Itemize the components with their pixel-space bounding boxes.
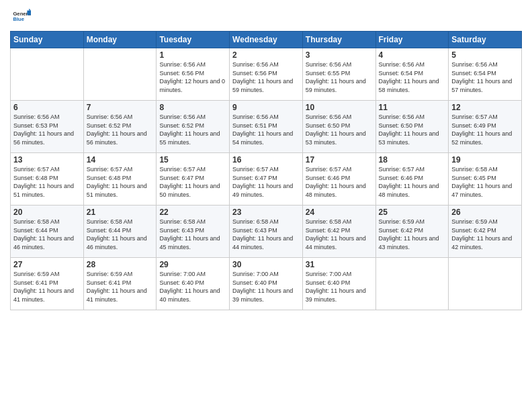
day-cell: 14Sunrise: 6:57 AMSunset: 6:48 PMDayligh… — [83, 153, 157, 205]
day-number: 20 — [13, 208, 81, 217]
week-row-2: 6Sunrise: 6:56 AMSunset: 6:53 PMDaylight… — [11, 101, 522, 153]
day-number: 6 — [13, 103, 81, 112]
day-info: Sunrise: 6:56 AMSunset: 6:56 PMDaylight:… — [159, 60, 226, 94]
day-info: Sunrise: 6:59 AMSunset: 6:42 PMDaylight:… — [379, 218, 446, 251]
day-info: Sunrise: 6:58 AMSunset: 6:42 PMDaylight:… — [306, 218, 373, 251]
calendar-table: SundayMondayTuesdayWednesdayThursdayFrid… — [10, 31, 522, 310]
day-cell: 12Sunrise: 6:57 AMSunset: 6:49 PMDayligh… — [449, 101, 522, 153]
day-info: Sunrise: 6:57 AMSunset: 6:47 PMDaylight:… — [159, 165, 226, 199]
day-number: 26 — [451, 208, 519, 217]
day-info: Sunrise: 6:56 AMSunset: 6:54 PMDaylight:… — [379, 60, 446, 94]
day-number: 21 — [87, 208, 154, 217]
day-cell: 19Sunrise: 6:58 AMSunset: 6:45 PMDayligh… — [449, 153, 522, 205]
day-number: 18 — [379, 155, 446, 165]
day-info: Sunrise: 6:58 AMSunset: 6:43 PMDaylight:… — [159, 218, 226, 251]
day-info: Sunrise: 6:56 AMSunset: 6:50 PMDaylight:… — [306, 113, 373, 146]
day-number: 3 — [306, 50, 373, 60]
day-info: Sunrise: 6:56 AMSunset: 6:56 PMDaylight:… — [232, 60, 300, 94]
header-sunday: Sunday — [11, 32, 84, 48]
day-number: 23 — [232, 208, 300, 217]
day-number: 11 — [379, 103, 446, 112]
day-cell: 18Sunrise: 6:57 AMSunset: 6:46 PMDayligh… — [375, 153, 449, 205]
day-number: 17 — [306, 155, 373, 165]
week-row-1: 1Sunrise: 6:56 AMSunset: 6:56 PMDaylight… — [11, 48, 522, 101]
day-info: Sunrise: 6:57 AMSunset: 6:46 PMDaylight:… — [306, 165, 373, 199]
week-row-3: 13Sunrise: 6:57 AMSunset: 6:48 PMDayligh… — [11, 153, 522, 205]
day-cell — [375, 258, 449, 310]
day-info: Sunrise: 6:56 AMSunset: 6:51 PMDaylight:… — [232, 113, 300, 146]
day-number: 19 — [451, 155, 519, 165]
day-number: 5 — [451, 50, 519, 60]
day-number: 2 — [232, 50, 300, 60]
week-row-4: 20Sunrise: 6:58 AMSunset: 6:44 PMDayligh… — [11, 205, 522, 258]
day-cell: 3Sunrise: 6:56 AMSunset: 6:55 PMDaylight… — [302, 48, 375, 101]
day-cell — [83, 48, 157, 101]
day-number: 15 — [159, 155, 226, 165]
day-info: Sunrise: 6:59 AMSunset: 6:42 PMDaylight:… — [451, 218, 519, 251]
day-number: 9 — [232, 103, 300, 112]
header-saturday: Saturday — [449, 32, 522, 48]
day-cell: 8Sunrise: 6:56 AMSunset: 6:52 PMDaylight… — [157, 101, 230, 153]
day-info: Sunrise: 7:00 AMSunset: 6:40 PMDaylight:… — [306, 270, 373, 304]
day-number: 22 — [159, 208, 226, 217]
day-cell: 5Sunrise: 6:56 AMSunset: 6:54 PMDaylight… — [449, 48, 522, 101]
day-cell: 13Sunrise: 6:57 AMSunset: 6:48 PMDayligh… — [11, 153, 84, 205]
day-cell: 11Sunrise: 6:56 AMSunset: 6:50 PMDayligh… — [375, 101, 449, 153]
day-cell: 26Sunrise: 6:59 AMSunset: 6:42 PMDayligh… — [449, 205, 522, 258]
day-cell: 28Sunrise: 6:59 AMSunset: 6:41 PMDayligh… — [83, 258, 157, 310]
day-number: 10 — [306, 103, 373, 112]
day-cell: 10Sunrise: 6:56 AMSunset: 6:50 PMDayligh… — [302, 101, 375, 153]
day-number: 28 — [87, 260, 154, 269]
day-cell: 24Sunrise: 6:58 AMSunset: 6:42 PMDayligh… — [302, 205, 375, 258]
day-info: Sunrise: 6:56 AMSunset: 6:52 PMDaylight:… — [87, 113, 154, 146]
day-info: Sunrise: 6:57 AMSunset: 6:47 PMDaylight:… — [232, 165, 300, 199]
svg-text:Blue: Blue — [13, 16, 24, 22]
day-number: 24 — [306, 208, 373, 217]
header-wednesday: Wednesday — [230, 32, 303, 48]
day-info: Sunrise: 6:58 AMSunset: 6:44 PMDaylight:… — [87, 218, 154, 251]
day-info: Sunrise: 7:00 AMSunset: 6:40 PMDaylight:… — [232, 270, 300, 304]
day-info: Sunrise: 6:56 AMSunset: 6:53 PMDaylight:… — [13, 113, 81, 146]
day-info: Sunrise: 6:58 AMSunset: 6:44 PMDaylight:… — [13, 218, 81, 251]
day-cell: 31Sunrise: 7:00 AMSunset: 6:40 PMDayligh… — [302, 258, 375, 310]
day-cell: 9Sunrise: 6:56 AMSunset: 6:51 PMDaylight… — [230, 101, 303, 153]
day-number: 13 — [13, 155, 81, 165]
header-thursday: Thursday — [302, 32, 375, 48]
day-cell: 20Sunrise: 6:58 AMSunset: 6:44 PMDayligh… — [11, 205, 84, 258]
day-cell: 15Sunrise: 6:57 AMSunset: 6:47 PMDayligh… — [157, 153, 230, 205]
day-cell: 21Sunrise: 6:58 AMSunset: 6:44 PMDayligh… — [83, 205, 157, 258]
day-cell: 2Sunrise: 6:56 AMSunset: 6:56 PMDaylight… — [230, 48, 303, 101]
day-number: 25 — [379, 208, 446, 217]
day-cell: 7Sunrise: 6:56 AMSunset: 6:52 PMDaylight… — [83, 101, 157, 153]
day-number: 30 — [232, 260, 300, 269]
day-cell: 6Sunrise: 6:56 AMSunset: 6:53 PMDaylight… — [11, 101, 84, 153]
day-cell: 30Sunrise: 7:00 AMSunset: 6:40 PMDayligh… — [230, 258, 303, 310]
day-info: Sunrise: 6:58 AMSunset: 6:43 PMDaylight:… — [232, 218, 300, 251]
day-info: Sunrise: 6:57 AMSunset: 6:49 PMDaylight:… — [451, 113, 519, 146]
day-cell: 23Sunrise: 6:58 AMSunset: 6:43 PMDayligh… — [230, 205, 303, 258]
day-number: 29 — [159, 260, 226, 269]
day-number: 12 — [451, 103, 519, 112]
day-number: 31 — [306, 260, 373, 269]
day-info: Sunrise: 6:57 AMSunset: 6:48 PMDaylight:… — [87, 165, 154, 199]
day-number: 27 — [13, 260, 81, 269]
day-cell: 16Sunrise: 6:57 AMSunset: 6:47 PMDayligh… — [230, 153, 303, 205]
header-tuesday: Tuesday — [157, 32, 230, 48]
day-cell: 29Sunrise: 7:00 AMSunset: 6:40 PMDayligh… — [157, 258, 230, 310]
day-cell: 25Sunrise: 6:59 AMSunset: 6:42 PMDayligh… — [375, 205, 449, 258]
day-number: 4 — [379, 50, 446, 60]
day-number: 8 — [159, 103, 226, 112]
day-number: 1 — [159, 50, 226, 60]
day-info: Sunrise: 6:56 AMSunset: 6:52 PMDaylight:… — [159, 113, 226, 146]
day-number: 14 — [87, 155, 154, 165]
day-cell: 17Sunrise: 6:57 AMSunset: 6:46 PMDayligh… — [302, 153, 375, 205]
day-cell — [449, 258, 522, 310]
day-info: Sunrise: 6:59 AMSunset: 6:41 PMDaylight:… — [87, 270, 154, 304]
day-info: Sunrise: 6:56 AMSunset: 6:54 PMDaylight:… — [451, 60, 519, 94]
svg-marker-3 — [27, 11, 31, 15]
day-cell — [11, 48, 84, 101]
day-info: Sunrise: 6:57 AMSunset: 6:48 PMDaylight:… — [13, 165, 81, 199]
day-cell: 27Sunrise: 6:59 AMSunset: 6:41 PMDayligh… — [11, 258, 84, 310]
day-number: 7 — [87, 103, 154, 112]
header-monday: Monday — [83, 32, 157, 48]
